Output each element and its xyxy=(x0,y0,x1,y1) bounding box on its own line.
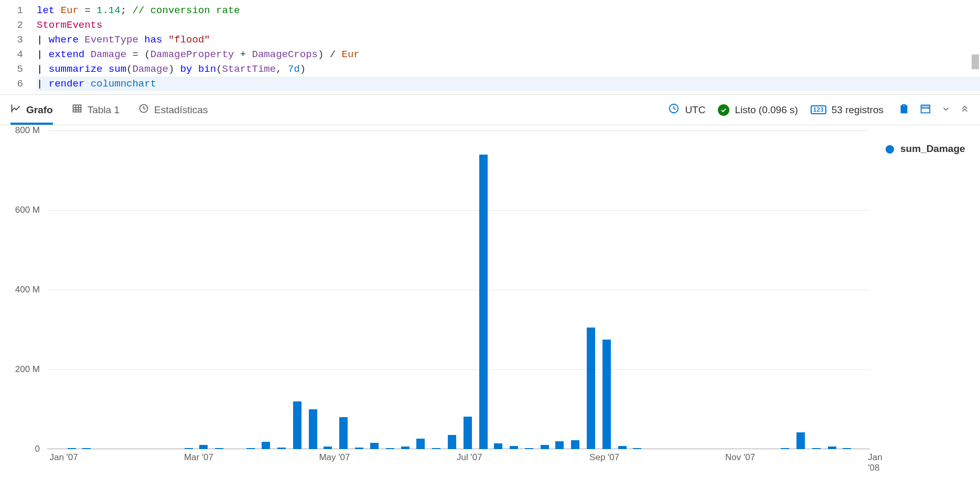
chart-bar[interactable] xyxy=(185,448,193,449)
line-number: 6 xyxy=(0,77,23,91)
x-axis-tick: Jan '07 xyxy=(49,452,78,463)
tab-graph-label: Grafo xyxy=(26,104,53,116)
collapse-icon[interactable] xyxy=(960,104,970,115)
code-line[interactable]: | where EventType has "flood" xyxy=(37,32,980,47)
chart-plot[interactable] xyxy=(47,130,870,449)
tab-table[interactable]: Tabla 1 xyxy=(72,95,120,125)
chart-bar[interactable] xyxy=(555,441,564,449)
record-count-label: 53 registros xyxy=(832,104,884,116)
stats-icon xyxy=(138,103,149,116)
code-line[interactable]: StormEvents xyxy=(37,18,980,32)
records-icon: 123 xyxy=(811,105,826,114)
chart-bar[interactable] xyxy=(339,417,348,449)
chart-bar[interactable] xyxy=(828,447,836,449)
chart-bar[interactable] xyxy=(525,448,533,449)
y-axis-tick: 0 xyxy=(35,444,40,454)
x-axis: Jan '07Mar '07May '07Jul '07Sep '07Nov '… xyxy=(47,452,875,468)
svg-rect-0 xyxy=(73,105,81,112)
chart-bar[interactable] xyxy=(324,447,332,449)
chart-bar[interactable] xyxy=(494,443,502,449)
grid-line xyxy=(47,130,870,131)
line-number: 3 xyxy=(0,32,23,47)
chart-bar[interactable] xyxy=(386,448,394,449)
chart-bar[interactable] xyxy=(68,448,76,449)
chart-bar[interactable] xyxy=(618,446,627,449)
grid-line xyxy=(47,290,870,290)
grid-line xyxy=(47,369,870,370)
chart-bar[interactable] xyxy=(416,439,425,449)
chart-bar[interactable] xyxy=(571,440,579,449)
code-line[interactable]: | render columnchart xyxy=(37,77,980,91)
x-axis-tick: May '07 xyxy=(319,452,350,463)
scrollbar-thumb[interactable] xyxy=(972,55,979,69)
code-line[interactable]: | summarize sum(Damage) by bin(StartTime… xyxy=(37,62,980,77)
chart-bar[interactable] xyxy=(812,448,821,449)
chart-bar[interactable] xyxy=(464,417,472,449)
record-count: 123 53 registros xyxy=(811,104,884,116)
table-icon xyxy=(72,103,82,116)
code-line[interactable]: let Eur = 1.14; // conversion rate xyxy=(37,3,980,18)
layout-icon[interactable] xyxy=(919,103,932,116)
y-axis-tick: 800 M xyxy=(15,125,40,136)
line-number: 2 xyxy=(0,18,23,32)
chart-bar[interactable] xyxy=(587,328,595,449)
x-axis-tick: Jan '08 xyxy=(868,452,882,473)
x-axis-tick: Mar '07 xyxy=(184,452,213,463)
chart-bar[interactable] xyxy=(293,401,301,449)
chart-icon xyxy=(10,103,21,116)
chart-bar[interactable] xyxy=(796,432,805,449)
line-number: 1 xyxy=(0,3,23,18)
y-axis-tick: 200 M xyxy=(15,364,40,375)
chart-bar[interactable] xyxy=(843,448,851,449)
legend-swatch xyxy=(886,145,894,154)
chart-bar[interactable] xyxy=(401,447,410,449)
code-line[interactable]: | extend Damage = (DamageProperty + Dama… xyxy=(37,47,980,62)
clipboard-icon[interactable] xyxy=(898,103,910,116)
line-number: 5 xyxy=(0,62,23,77)
chart-bar[interactable] xyxy=(82,448,91,449)
chart-bar[interactable] xyxy=(215,448,223,449)
grid-line xyxy=(47,210,870,211)
x-axis-tick: Nov '07 xyxy=(725,452,755,463)
chart-bar[interactable] xyxy=(199,445,208,449)
chart-bar[interactable] xyxy=(541,445,549,449)
code-editor[interactable]: 123456 let Eur = 1.14; // conversion rat… xyxy=(0,0,980,95)
chart-bar[interactable] xyxy=(633,448,641,449)
clock-icon xyxy=(668,103,680,117)
code-content[interactable]: let Eur = 1.14; // conversion rateStormE… xyxy=(37,3,980,91)
y-axis-tick: 600 M xyxy=(15,205,40,215)
query-status: Listo (0.096 s) xyxy=(718,104,798,116)
chart-baseline xyxy=(47,449,870,449)
chevron-down-icon[interactable] xyxy=(941,104,951,115)
chart-bar[interactable] xyxy=(309,409,317,449)
timezone-label: UTC xyxy=(685,104,705,116)
tab-graph[interactable]: Grafo xyxy=(10,95,53,125)
chart-bar[interactable] xyxy=(246,448,255,449)
chart-legend[interactable]: sum_Damage xyxy=(870,130,970,471)
chart-bar[interactable] xyxy=(448,435,456,449)
chart-bar[interactable] xyxy=(432,448,440,449)
y-axis: 0200 M400 M600 M800 M xyxy=(10,130,47,471)
chart-bar[interactable] xyxy=(510,446,518,449)
tab-stats[interactable]: Estadísticas xyxy=(138,95,208,125)
chart-bar[interactable] xyxy=(479,155,488,449)
chart-area: 0200 M400 M600 M800 M sum_Damage Jan '07… xyxy=(0,125,980,471)
checkmark-icon xyxy=(718,104,729,116)
legend-label: sum_Damage xyxy=(900,143,965,155)
timezone-indicator[interactable]: UTC xyxy=(668,103,705,117)
line-number-gutter: 123456 xyxy=(0,3,37,91)
results-toolbar: Grafo Tabla 1 Estadísticas UTC Li xyxy=(0,95,980,125)
x-axis-tick: Jul '07 xyxy=(457,452,482,463)
query-status-label: Listo (0.096 s) xyxy=(735,104,798,116)
chart-bar[interactable] xyxy=(781,448,789,449)
chart-bar[interactable] xyxy=(277,448,286,449)
x-axis-tick: Sep '07 xyxy=(589,452,619,463)
line-number: 4 xyxy=(0,47,23,62)
chart-bar[interactable] xyxy=(602,340,611,449)
chart-bar[interactable] xyxy=(262,442,270,449)
tab-stats-label: Estadísticas xyxy=(154,104,208,116)
tab-table-label: Tabla 1 xyxy=(88,104,120,116)
y-axis-tick: 400 M xyxy=(15,285,40,295)
chart-bar[interactable] xyxy=(355,448,363,449)
chart-bar[interactable] xyxy=(370,443,379,449)
